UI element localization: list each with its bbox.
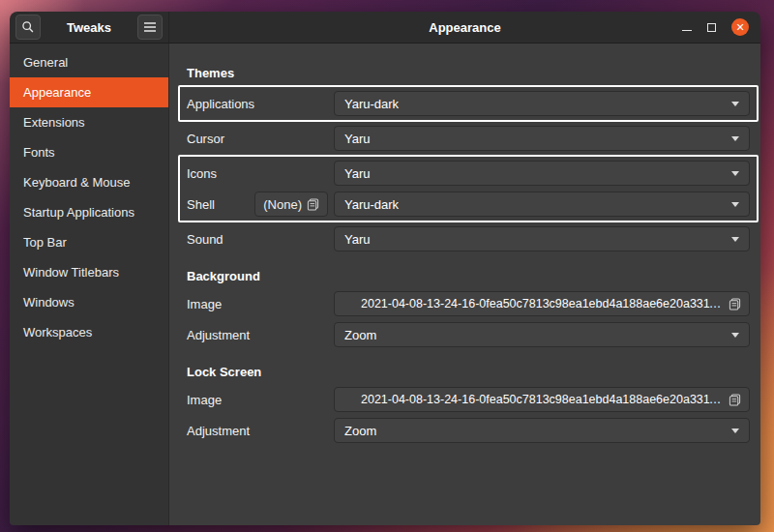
row-applications: Applications Yaru-dark: [187, 88, 750, 119]
maximize-button[interactable]: [707, 23, 716, 32]
chevron-down-icon: [731, 102, 739, 106]
lockscreen-image-filename: 2021-04-08-13-24-16-0fea50c7813c98ea1ebd…: [361, 393, 723, 406]
highlight-box-applications: Applications Yaru-dark: [178, 85, 759, 122]
sidebar-item-window-titlebars[interactable]: Window Titlebars: [10, 257, 168, 287]
background-adjustment-label: Adjustment: [187, 328, 334, 342]
titlebar-sidebar-section: Tweaks: [10, 12, 169, 43]
row-background-adjustment: Adjustment Zoom: [187, 319, 750, 350]
section-title-themes: Themes: [187, 66, 750, 80]
minimize-button[interactable]: [682, 24, 692, 31]
sound-theme-value: Yaru: [344, 232, 724, 247]
shell-theme-dropdown[interactable]: Yaru-dark: [334, 192, 750, 217]
app-title: Tweaks: [41, 20, 137, 35]
sidebar-item-top-bar[interactable]: Top Bar: [10, 227, 168, 257]
chevron-down-icon: [731, 136, 739, 141]
background-image-button[interactable]: 2021-04-08-13-24-16-0fea50c7813c98ea1ebd…: [334, 291, 750, 316]
lockscreen-adjustment-value: Zoom: [344, 424, 724, 438]
cursor-theme-value: Yaru: [344, 132, 724, 146]
wallpaper-thumbnail: [342, 298, 355, 310]
background-adjustment-value: Zoom: [344, 328, 724, 342]
hamburger-icon: [144, 22, 156, 32]
row-shell: Shell (None) Yaru-dark: [187, 189, 750, 220]
background-adjustment-dropdown[interactable]: Zoom: [334, 322, 750, 347]
chevron-down-icon: [731, 429, 739, 433]
lockscreen-image-button[interactable]: 2021-04-08-13-24-16-0fea50c7813c98ea1ebd…: [334, 387, 750, 412]
appearance-pane: Themes Applications Yaru-dark Cursor: [169, 44, 760, 525]
section-title-background: Background: [187, 269, 750, 283]
cursor-label: Cursor: [187, 132, 334, 146]
chevron-down-icon: [731, 171, 739, 176]
background-image-filename: 2021-04-08-13-24-16-0fea50c7813c98ea1ebd…: [361, 297, 723, 310]
close-icon: ✕: [735, 22, 744, 33]
cursor-theme-dropdown[interactable]: Yaru: [334, 126, 750, 151]
window-controls: ✕: [682, 18, 760, 36]
chevron-down-icon: [731, 333, 739, 338]
sidebar: General Appearance Extensions Fonts Keyb…: [10, 44, 169, 525]
row-background-image: Image 2021-04-08-13-24-16-0fea50c7813c98…: [187, 288, 750, 319]
sidebar-item-windows[interactable]: Windows: [10, 287, 168, 317]
lockscreen-image-label: Image: [187, 393, 334, 407]
background-image-label: Image: [187, 297, 334, 311]
shell-theme-value: Yaru-dark: [344, 197, 724, 212]
applications-label: Applications: [187, 97, 334, 111]
tweaks-window: Tweaks Appearance ✕ General Appearance E…: [10, 12, 760, 525]
window-body: General Appearance Extensions Fonts Keyb…: [10, 44, 760, 525]
row-icons: Icons Yaru: [187, 158, 750, 189]
menu-button[interactable]: [137, 15, 163, 40]
row-lockscreen-adjustment: Adjustment Zoom: [187, 415, 750, 446]
chevron-down-icon: [731, 237, 739, 242]
minimize-icon: [682, 30, 692, 31]
document-icon: [729, 394, 741, 406]
icons-label: Icons: [187, 166, 334, 181]
applications-theme-value: Yaru-dark: [344, 97, 724, 111]
highlight-box-icons-shell: Icons Yaru Shell (None): [178, 155, 759, 222]
lockscreen-adjustment-dropdown[interactable]: Zoom: [334, 418, 750, 443]
sidebar-item-workspaces[interactable]: Workspaces: [10, 317, 168, 347]
wallpaper-thumbnail: [342, 394, 355, 406]
document-icon: [307, 198, 319, 211]
titlebar-main-section[interactable]: Appearance ✕: [169, 12, 760, 43]
row-lockscreen-image: Image 2021-04-08-13-24-16-0fea50c7813c98…: [187, 384, 750, 415]
icons-theme-value: Yaru: [344, 166, 724, 181]
sidebar-item-appearance[interactable]: Appearance: [10, 77, 168, 107]
maximize-icon: [707, 23, 716, 32]
section-title-lock-screen: Lock Screen: [187, 365, 750, 379]
page-title: Appearance: [169, 20, 760, 35]
row-cursor: Cursor Yaru: [187, 123, 750, 154]
document-icon: [729, 298, 741, 310]
icons-theme-dropdown[interactable]: Yaru: [334, 161, 750, 186]
sidebar-item-fonts[interactable]: Fonts: [10, 137, 168, 167]
sidebar-item-extensions[interactable]: Extensions: [10, 107, 168, 137]
chevron-down-icon: [731, 202, 739, 207]
sound-label: Sound: [187, 232, 334, 247]
shell-none-button[interactable]: (None): [254, 192, 328, 217]
sidebar-item-general[interactable]: General: [10, 47, 168, 77]
sidebar-item-startup-applications[interactable]: Startup Applications: [10, 197, 168, 227]
search-button[interactable]: [15, 15, 41, 40]
applications-theme-dropdown[interactable]: Yaru-dark: [334, 91, 750, 116]
titlebar: Tweaks Appearance ✕: [10, 12, 760, 44]
close-button[interactable]: ✕: [731, 18, 749, 36]
sidebar-item-keyboard-mouse[interactable]: Keyboard & Mouse: [10, 167, 168, 197]
shell-none-value: (None): [263, 197, 302, 212]
sound-theme-dropdown[interactable]: Yaru: [334, 226, 750, 251]
shell-label: Shell (None): [187, 192, 334, 217]
search-icon: [21, 20, 35, 34]
lockscreen-adjustment-label: Adjustment: [187, 424, 334, 438]
row-sound: Sound Yaru: [187, 223, 750, 254]
